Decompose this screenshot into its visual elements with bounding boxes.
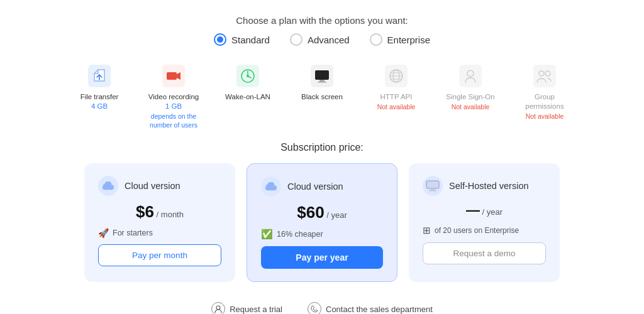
svg-point-20 <box>216 306 220 310</box>
card-self-hosted-price: — / year <box>423 202 546 219</box>
video-recording-label: Video recording1 GB <box>148 92 199 111</box>
group-permissions-icon <box>532 63 557 89</box>
feature-wake-on-lan: Wake-on-LAN <box>219 63 276 102</box>
wake-on-lan-label: Wake-on-LAN <box>225 92 270 102</box>
card-cloud-monthly-name: Cloud version <box>125 181 180 191</box>
svg-rect-18 <box>430 188 435 190</box>
feature-group-permissions: Group permissions Not available <box>516 63 573 120</box>
plan-options: Standard Advanced Enterprise <box>214 33 430 46</box>
cloud-monthly-note-text: For starters <box>113 229 153 237</box>
video-recording-icon <box>161 63 186 89</box>
cloud-monthly-unit: / month <box>157 210 184 219</box>
pay-per-month-button[interactable]: Pay per month <box>98 244 221 266</box>
card-self-hosted-header: Self-Hosted version <box>423 176 546 196</box>
radio-standard-inner <box>217 36 223 43</box>
features-row: File transfer4 GB Video recording1 GB de… <box>71 63 573 129</box>
card-self-hosted: Self-Hosted version — / year ⊞ of 20 use… <box>409 163 560 282</box>
feature-single-sign-on: Single Sign-On Not available <box>442 63 499 111</box>
card-cloud-monthly-header: Cloud version <box>98 176 221 196</box>
contact-sales-link[interactable]: Contact the sales department <box>308 302 433 314</box>
radio-advanced[interactable] <box>290 33 303 46</box>
svg-rect-7 <box>315 70 329 80</box>
group-permissions-unavailable: Not available <box>526 112 564 120</box>
group-permissions-label: Group permissions <box>516 92 573 111</box>
svg-rect-17 <box>426 181 439 188</box>
http-api-unavailable: Not available <box>377 103 416 111</box>
cloud-yearly-unit: / year <box>326 210 347 220</box>
plan-header: Choose a plan with the options you want:… <box>214 15 430 46</box>
check-green-icon: ✅ <box>261 229 273 240</box>
wake-on-lan-icon <box>235 63 260 89</box>
plan-label-standard: Standard <box>231 35 270 45</box>
feature-file-transfer: File transfer4 GB <box>71 63 128 111</box>
plan-header-title: Choose a plan with the options you want: <box>214 15 430 26</box>
single-sign-on-icon <box>458 63 483 89</box>
card-cloud-monthly-note: 🚀 For starters <box>98 228 221 238</box>
card-cloud-yearly-header: Cloud version <box>261 176 383 197</box>
card-self-hosted-note: ⊞ of 20 users on Enterprise <box>423 225 546 236</box>
video-recording-sub: depends on thenumber of users <box>150 112 197 129</box>
contact-sales-label: Contact the sales department <box>326 305 433 314</box>
cloud-yearly-icon <box>261 176 281 197</box>
svg-rect-2 <box>167 72 177 80</box>
pay-per-year-button[interactable]: Pay per year <box>261 246 383 269</box>
self-hosted-amount: — <box>466 202 480 218</box>
plan-option-standard[interactable]: Standard <box>214 33 270 46</box>
card-cloud-yearly-name: Cloud version <box>287 181 343 192</box>
black-screen-icon <box>309 63 335 89</box>
cloud-yearly-amount: $60 <box>297 203 324 222</box>
svg-rect-12 <box>459 65 482 87</box>
cloud-monthly-amount: $6 <box>136 202 154 221</box>
cards-row: Cloud version $6 / month 🚀 For starters … <box>77 163 567 282</box>
cloud-monthly-icon <box>98 176 118 196</box>
file-transfer-label: File transfer4 GB <box>80 92 119 111</box>
file-transfer-icon <box>87 63 112 89</box>
svg-rect-9 <box>318 82 326 83</box>
http-api-icon <box>384 63 409 89</box>
self-hosted-unit: / year <box>482 207 503 217</box>
grid-icon: ⊞ <box>423 225 431 236</box>
radio-standard[interactable] <box>214 33 226 46</box>
card-cloud-monthly: Cloud version $6 / month 🚀 For starters … <box>84 163 235 282</box>
feature-http-api: HTTP API Not available <box>368 63 425 111</box>
card-cloud-yearly-price: $60 / year <box>261 203 383 222</box>
plan-option-advanced[interactable]: Advanced <box>290 33 350 46</box>
black-screen-label: Black screen <box>301 92 343 102</box>
plan-label-advanced: Advanced <box>308 35 350 45</box>
subscription-section: Subscription price: Cloud version $6 / m… <box>77 142 567 297</box>
radio-enterprise[interactable] <box>370 33 382 46</box>
http-api-label: HTTP API <box>380 92 413 102</box>
rocket-icon: 🚀 <box>98 228 109 238</box>
request-trial-link[interactable]: Request a trial <box>211 302 282 314</box>
request-demo-button[interactable]: Request a demo <box>423 242 546 264</box>
plan-label-enterprise: Enterprise <box>387 35 430 45</box>
card-cloud-yearly: Cloud version $60 / year ✅ 16% cheaper P… <box>247 163 397 282</box>
footer-links: Request a trial Contact the sales depart… <box>211 302 433 314</box>
svg-point-5 <box>247 75 249 77</box>
cloud-yearly-note-text: 16% cheaper <box>277 230 323 239</box>
plan-option-enterprise[interactable]: Enterprise <box>370 33 430 46</box>
single-sign-on-unavailable: Not available <box>452 103 490 111</box>
card-cloud-yearly-note: ✅ 16% cheaper <box>261 229 383 240</box>
self-hosted-note-text: of 20 users on Enterprise <box>435 226 519 235</box>
self-hosted-icon <box>423 176 443 196</box>
single-sign-on-label: Single Sign-On <box>446 92 494 102</box>
request-trial-label: Request a trial <box>230 305 282 314</box>
feature-video-recording: Video recording1 GB depends on thenumber… <box>145 63 202 129</box>
person-icon <box>211 302 225 314</box>
svg-rect-8 <box>319 80 325 82</box>
svg-rect-14 <box>533 65 556 87</box>
card-cloud-monthly-price: $6 / month <box>98 202 221 222</box>
feature-black-screen: Black screen <box>294 63 350 102</box>
subscription-title: Subscription price: <box>77 142 567 153</box>
phone-icon <box>308 302 321 314</box>
svg-rect-19 <box>429 190 436 192</box>
card-self-hosted-name: Self-Hosted version <box>449 181 529 191</box>
